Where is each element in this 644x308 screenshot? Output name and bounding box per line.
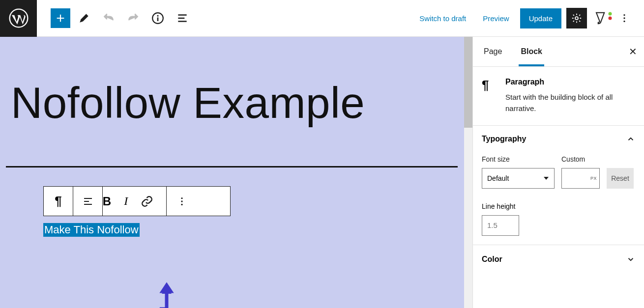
color-panel-toggle[interactable]: Color — [482, 255, 635, 264]
italic-button[interactable]: I — [124, 195, 128, 208]
wordpress-logo[interactable] — [0, 0, 37, 37]
plus-icon — [55, 13, 66, 24]
svg-rect-3 — [157, 17, 159, 21]
title-separator — [6, 166, 458, 168]
svg-point-10 — [181, 197, 182, 198]
more-options-button[interactable] — [615, 9, 633, 27]
yoast-button[interactable] — [592, 9, 611, 28]
color-heading: Color — [482, 255, 502, 264]
font-size-select[interactable]: Default — [482, 168, 555, 189]
add-block-button[interactable] — [51, 8, 70, 28]
tab-block[interactable]: Block — [519, 37, 544, 66]
custom-size-input[interactable] — [561, 168, 600, 189]
toolbar-left-group — [37, 7, 193, 29]
list-view-icon — [176, 12, 189, 25]
color-panel: Color — [473, 245, 644, 274]
preview-button[interactable]: Preview — [477, 10, 515, 27]
editor-canvas[interactable]: Nofollow Example ¶ B I — [0, 37, 472, 308]
sidebar-tabs: Page Block ✕ — [473, 37, 644, 67]
update-button[interactable]: Update — [520, 8, 561, 28]
top-toolbar: Switch to draft Preview Update — [0, 0, 644, 37]
svg-point-11 — [181, 200, 182, 202]
traffic-light-icon — [608, 12, 613, 21]
chevron-down-icon — [626, 255, 635, 264]
align-button[interactable] — [73, 187, 103, 216]
block-toolbar: ¶ B I — [43, 186, 231, 216]
block-description: ¶ Paragraph Start with the building bloc… — [473, 67, 644, 126]
link-cell[interactable] — [141, 191, 153, 212]
pilcrow-icon: ¶ — [55, 194, 61, 209]
page-title[interactable]: Nofollow Example — [11, 81, 472, 125]
block-more-button[interactable] — [167, 187, 197, 216]
undo-icon — [102, 12, 115, 25]
wordpress-icon — [9, 8, 29, 28]
info-button[interactable] — [147, 7, 169, 29]
link-icon — [141, 195, 153, 208]
gear-icon — [571, 13, 582, 24]
toolbar-right-group: Switch to draft Preview Update — [413, 8, 644, 28]
typography-panel: Typography Font size Default — [473, 126, 644, 245]
kebab-icon — [619, 13, 630, 24]
typography-heading: Typography — [482, 135, 526, 143]
tab-page[interactable]: Page — [482, 37, 504, 66]
close-sidebar-button[interactable]: ✕ — [629, 46, 637, 57]
svg-point-6 — [609, 17, 612, 20]
block-type-button[interactable]: ¶ — [44, 187, 73, 216]
chevron-up-icon — [626, 135, 635, 143]
redo-icon — [127, 12, 140, 25]
font-size-label: Font size — [482, 155, 555, 163]
block-type-description: Start with the building block of all nar… — [505, 91, 635, 114]
svg-point-2 — [157, 15, 158, 17]
editor-scrollbar[interactable] — [464, 37, 472, 308]
align-left-icon — [82, 196, 94, 207]
settings-button[interactable] — [566, 8, 587, 28]
redo-button[interactable] — [122, 7, 144, 29]
bold-button[interactable]: B — [103, 195, 111, 208]
outline-button[interactable] — [172, 7, 193, 29]
svg-point-9 — [623, 21, 625, 22]
kebab-icon — [176, 196, 187, 207]
line-height-input[interactable] — [482, 215, 519, 236]
format-group: B I — [103, 187, 167, 216]
typography-panel-toggle[interactable]: Typography — [482, 135, 635, 143]
settings-sidebar: Page Block ✕ ¶ Paragraph Start with the … — [472, 37, 644, 308]
undo-button[interactable] — [98, 7, 119, 29]
info-icon — [151, 12, 164, 25]
pilcrow-icon: ¶ — [482, 78, 496, 114]
yoast-icon — [594, 11, 609, 26]
svg-point-4 — [575, 17, 578, 20]
scrollbar-thumb[interactable] — [464, 37, 472, 128]
svg-point-12 — [181, 203, 182, 205]
svg-point-8 — [623, 17, 625, 19]
svg-point-5 — [609, 12, 612, 16]
custom-size-label: Custom — [561, 155, 600, 163]
annotation-arrow-icon — [157, 282, 176, 308]
svg-point-7 — [623, 14, 625, 16]
block-type-name: Paragraph — [505, 78, 635, 86]
selected-paragraph-text[interactable]: Make This Nofollow — [43, 223, 140, 237]
switch-to-draft-button[interactable]: Switch to draft — [413, 10, 472, 27]
edit-mode-button[interactable] — [73, 7, 95, 29]
line-height-label: Line height — [482, 202, 635, 210]
pencil-icon — [78, 12, 90, 25]
reset-font-size-button[interactable]: Reset — [607, 168, 634, 189]
